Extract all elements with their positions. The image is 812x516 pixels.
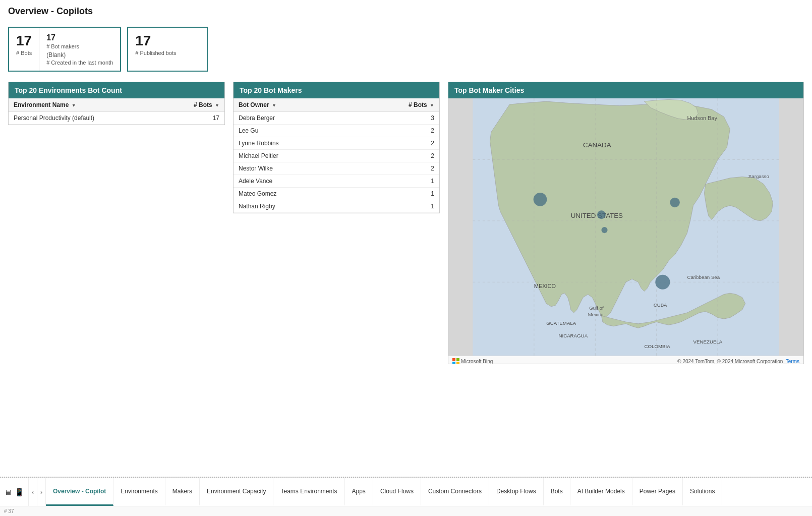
maker-count: 2 (354, 124, 439, 137)
next-tab-arrow[interactable]: › (37, 478, 46, 506)
published-label: # Published bots (135, 50, 200, 56)
maker-name: Mateo Gomez (234, 187, 354, 200)
tab-item-bots[interactable]: Bots (544, 478, 570, 506)
summary-card-published: 17 # Published bots (127, 27, 208, 72)
table-row: Nathan Rigby1 (234, 200, 439, 212)
terms-link[interactable]: Terms (786, 359, 799, 364)
canada-label: CANADA (583, 141, 611, 149)
maker-name: Michael Peltier (234, 149, 354, 162)
bing-logo: Microsoft Bing (452, 358, 493, 364)
tab-item-environment-capacity[interactable]: Environment Capacity (200, 478, 273, 506)
maker-count: 1 (354, 200, 439, 212)
tab-item-cloud-flows[interactable]: Cloud Flows (373, 478, 421, 506)
tab-container: Overview - CopilotEnvironmentsMakersEnvi… (46, 478, 722, 506)
tab-item-overview-copilot[interactable]: Overview - Copilot (46, 478, 113, 506)
map-container: CANADA UNITED STATES MEXICO Hudson Bay G… (448, 98, 803, 356)
env-count: 17 (163, 111, 224, 124)
nicaragua-label: NICARAGUA (558, 332, 588, 338)
tab-item-ai-builder-models[interactable]: AI Builder Models (570, 478, 632, 506)
svg-text:Mexico: Mexico (588, 312, 604, 317)
makers-col1-header[interactable]: Bot Owner ▼ (234, 98, 354, 112)
tab-item-solutions[interactable]: Solutions (683, 478, 722, 506)
summary-card-bots: 17 # Bots 17 # Bot makers (Blank) # Crea… (8, 27, 121, 72)
published-count: 17 (135, 33, 200, 49)
map-svg: CANADA UNITED STATES MEXICO Hudson Bay G… (448, 98, 803, 356)
venezuela-label: VENEZUELA (693, 338, 723, 344)
env-col2-header[interactable]: # Bots ▼ (163, 98, 224, 112)
bot-makers-count: 17 (46, 33, 113, 42)
created-label: # Created in the last month (46, 60, 113, 66)
page-indicator: # 37 (4, 508, 14, 514)
tablet-icon[interactable]: 📱 (15, 488, 24, 497)
makers-col2-sort[interactable]: ▼ (430, 103, 434, 108)
maker-name: Lynne Robbins (234, 137, 354, 149)
env-col2-sort[interactable]: ▼ (215, 103, 219, 108)
map-dot-2 (597, 210, 606, 219)
page-title: Overview - Copilots (8, 6, 804, 19)
table-row: Michael Peltier2 (234, 149, 439, 162)
bottom-status: # 37 (0, 506, 812, 516)
table-row: Mateo Gomez1 (234, 187, 439, 200)
tab-item-custom-connectors[interactable]: Custom Connectors (421, 478, 489, 506)
maker-count: 1 (354, 187, 439, 200)
tab-item-environments[interactable]: Environments (113, 478, 165, 506)
env-table-header: Top 20 Environments Bot Count (9, 82, 224, 98)
maker-name: Adele Vance (234, 175, 354, 187)
tab-item-makers[interactable]: Makers (165, 478, 200, 506)
tab-bar: 🖥 📱 ‹ › Overview - CopilotEnvironmentsMa… (0, 478, 812, 506)
bot-makers-label: # Bot makers (46, 43, 113, 49)
maker-name: Nestor Wilke (234, 162, 354, 175)
bing-text: Microsoft Bing (461, 359, 493, 364)
env-col1-header[interactable]: Environment Name ▼ (9, 98, 163, 112)
gulf-mexico-label: Gulf of (589, 305, 604, 311)
maker-count: 2 (354, 149, 439, 162)
tab-item-teams-environments[interactable]: Teams Environments (273, 478, 344, 506)
map-dot-4 (601, 227, 607, 233)
maker-name: Debra Berger (234, 111, 354, 124)
maker-count: 1 (354, 175, 439, 187)
bots-label: # Bots (16, 50, 32, 56)
us-label: UNITED STATES (571, 211, 623, 219)
env-name: Personal Productivity (default) (9, 111, 163, 124)
table-row: Lynne Robbins2 (234, 137, 439, 149)
tab-item-desktop-flows[interactable]: Desktop Flows (489, 478, 544, 506)
cuba-label: CUBA (654, 302, 667, 307)
map-footer: Microsoft Bing © 2024 TomTom, © 2024 Mic… (448, 356, 803, 364)
table-row: Nestor Wilke2 (234, 162, 439, 175)
tab-item-power-pages[interactable]: Power Pages (632, 478, 683, 506)
bots-section: 17 # Bots (9, 28, 39, 71)
map-card: Top Bot Maker Cities CANADA UNI (448, 82, 804, 364)
prev-tab-arrow[interactable]: ‹ (29, 478, 37, 506)
maker-count: 2 (354, 162, 439, 175)
blank-label: (Blank) (46, 51, 113, 59)
maker-name: Nathan Rigby (234, 200, 354, 212)
device-icons: 🖥 📱 (0, 478, 29, 506)
env-col1-sort[interactable]: ▼ (72, 103, 76, 108)
bing-squares (452, 358, 459, 364)
sargasso-label: Sargasso (748, 173, 769, 179)
maker-name: Lee Gu (234, 124, 354, 137)
env-table: Environment Name ▼ # Bots ▼ Personal Pro… (9, 98, 224, 125)
bots-count: 17 (16, 33, 32, 49)
monitor-icon[interactable]: 🖥 (4, 488, 12, 496)
hudson-bay-label: Hudson Bay (687, 114, 717, 121)
table-row: Lee Gu2 (234, 124, 439, 137)
bot-makers-section: 17 # Bot makers (Blank) # Created in the… (39, 28, 120, 71)
caribbean-label: Caribbean Sea (687, 274, 720, 280)
makers-col1-sort[interactable]: ▼ (272, 103, 276, 108)
guatemala-label: GUATEMALA (546, 320, 576, 326)
tab-item-apps[interactable]: Apps (345, 478, 373, 506)
maker-count: 2 (354, 137, 439, 149)
makers-table-header: Top 20 Bot Makers (234, 82, 439, 98)
makers-table: Bot Owner ▼ # Bots ▼ Debra Berger3Lee Gu… (234, 98, 439, 213)
mexico-label: MEXICO (534, 283, 556, 289)
map-dot-1 (534, 193, 547, 206)
tables-row: Top 20 Environments Bot Count Environmen… (8, 82, 804, 364)
main-content: Overview - Copilots 17 # Bots 17 # Bot m… (0, 0, 812, 477)
summary-row: 17 # Bots 17 # Bot makers (Blank) # Crea… (8, 27, 804, 72)
makers-table-card: Top 20 Bot Makers Bot Owner ▼ # Bots ▼ (233, 82, 440, 213)
env-table-card: Top 20 Environments Bot Count Environmen… (8, 82, 225, 125)
table-row: Adele Vance1 (234, 175, 439, 187)
maker-count: 3 (354, 111, 439, 124)
makers-col2-header[interactable]: # Bots ▼ (354, 98, 439, 112)
